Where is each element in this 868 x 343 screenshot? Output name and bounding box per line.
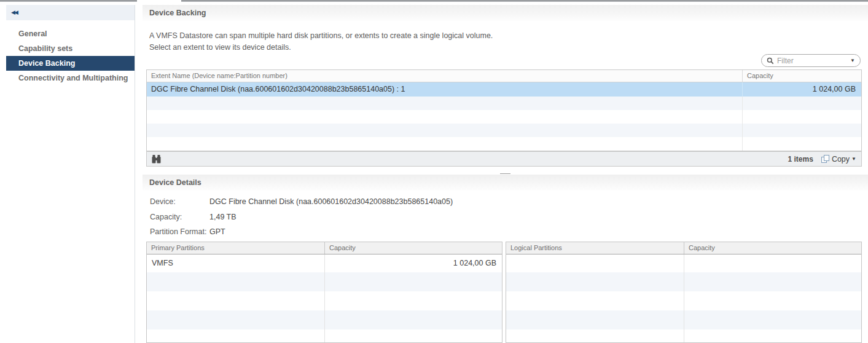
empty-row — [147, 310, 502, 329]
primary-partitions-header: Primary Partitions Capacity — [147, 242, 502, 254]
copy-button[interactable]: Copy ▼ — [821, 154, 856, 164]
empty-row — [147, 110, 861, 124]
tab-strip-border — [0, 0, 868, 2]
sidebar-item-general[interactable]: General — [6, 26, 135, 41]
partition-name-cell: VMFS — [147, 254, 324, 272]
empty-row — [147, 137, 861, 151]
find-button[interactable] — [152, 155, 161, 164]
empty-row — [506, 272, 861, 291]
primary-partitions-column-header[interactable]: Primary Partitions — [147, 242, 324, 254]
device-details-fields: Device: DGC Fibre Channel Disk (naa.6006… — [150, 194, 453, 240]
extent-row-selected[interactable]: DGC Fibre Channel Disk (naa.600601602d30… — [147, 82, 861, 97]
chevron-down-icon: ▼ — [850, 58, 855, 63]
settings-sidebar: ◀◀ General Capability sets Device Backin… — [6, 5, 135, 343]
filter-input[interactable] — [774, 56, 850, 66]
collapse-sidebar-button[interactable]: ◀◀ — [11, 10, 17, 15]
copy-icon — [821, 154, 830, 164]
empty-row — [147, 97, 861, 110]
items-count: 1 items — [788, 155, 813, 164]
footer-right-group: 1 items Copy ▼ — [788, 154, 856, 164]
partition-format-value: GPT — [209, 227, 225, 236]
partition-capacity-cell: 1 024,00 GB — [324, 254, 502, 272]
sidebar-header: ◀◀ — [6, 5, 135, 20]
app-root: ◀◀ General Capability sets Device Backin… — [0, 0, 868, 343]
description-line-1: A VMFS Datastore can span multiple hard … — [149, 30, 493, 42]
capacity-column-header[interactable]: Capacity — [324, 242, 502, 254]
binoculars-icon — [152, 155, 161, 164]
logical-partitions-column-header[interactable]: Logical Partitions — [506, 242, 684, 254]
filter-dropdown-button[interactable]: ▼ — [850, 58, 855, 63]
extent-capacity-cell: 1 024,00 GB — [742, 82, 861, 97]
device-details-title: Device Details — [143, 175, 868, 191]
chevrons-left-icon: ◀◀ — [11, 9, 17, 15]
sidebar-item-label: Capability sets — [18, 44, 72, 53]
capacity-label: Capacity: — [150, 213, 209, 221]
active-tab-gap — [137, 0, 181, 2]
device-backing-description: A VMFS Datastore can span multiple hard … — [149, 30, 493, 53]
sidebar-item-device-backing[interactable]: Device Backing — [6, 56, 135, 71]
empty-row — [506, 291, 861, 310]
primary-partitions-table: Primary Partitions Capacity VMFS 1 024,0… — [146, 242, 502, 343]
extent-table: Extent Name (Device name:Partition numbe… — [146, 69, 862, 151]
capacity-column-header[interactable]: Capacity — [684, 242, 861, 254]
extent-name-cell: DGC Fibre Channel Disk (naa.600601602d30… — [147, 82, 742, 97]
main-content: Device Backing A VMFS Datastore can span… — [143, 5, 868, 343]
extent-name-column-header[interactable]: Extent Name (Device name:Partition numbe… — [147, 70, 742, 82]
extent-table-header: Extent Name (Device name:Partition numbe… — [147, 70, 861, 82]
description-line-2: Select an extent to view its device deta… — [149, 42, 493, 53]
empty-row — [147, 124, 861, 137]
empty-row — [147, 272, 502, 291]
filter-box: ▼ — [761, 54, 861, 67]
device-value: DGC Fibre Channel Disk (naa.600601602d30… — [209, 197, 453, 206]
device-label: Device: — [150, 197, 209, 206]
device-field-row: Device: DGC Fibre Channel Disk (naa.6006… — [150, 194, 453, 210]
logical-partitions-header: Logical Partitions Capacity — [506, 242, 861, 254]
empty-row — [506, 254, 861, 272]
sidebar-nav: General Capability sets Device Backing C… — [6, 26, 135, 85]
empty-row — [147, 329, 502, 343]
sidebar-item-label: Device Backing — [18, 59, 75, 68]
primary-partition-row[interactable]: VMFS 1 024,00 GB — [147, 254, 502, 272]
chevron-down-icon: ▼ — [851, 157, 856, 162]
capacity-value: 1,49 TB — [209, 213, 237, 221]
capacity-column-header[interactable]: Capacity — [742, 70, 861, 82]
page-title: Device Backing — [143, 5, 868, 21]
sidebar-item-label: Connectivity and Multipathing — [18, 74, 128, 82]
logical-partitions-table: Logical Partitions Capacity — [506, 242, 862, 343]
partition-format-label: Partition Format: — [150, 227, 209, 236]
empty-row — [506, 310, 861, 329]
capacity-field-row: Capacity: 1,49 TB — [150, 210, 453, 225]
partition-format-field-row: Partition Format: GPT — [150, 224, 453, 240]
empty-row — [147, 291, 502, 310]
sidebar-item-label: General — [18, 30, 47, 38]
sidebar-item-connectivity-multipathing[interactable]: Connectivity and Multipathing — [6, 71, 135, 85]
search-icon — [767, 57, 774, 65]
extent-table-footer: 1 items Copy ▼ — [146, 151, 862, 167]
empty-row — [506, 329, 861, 343]
copy-button-label: Copy — [832, 155, 850, 164]
sidebar-item-capability-sets[interactable]: Capability sets — [6, 41, 135, 56]
